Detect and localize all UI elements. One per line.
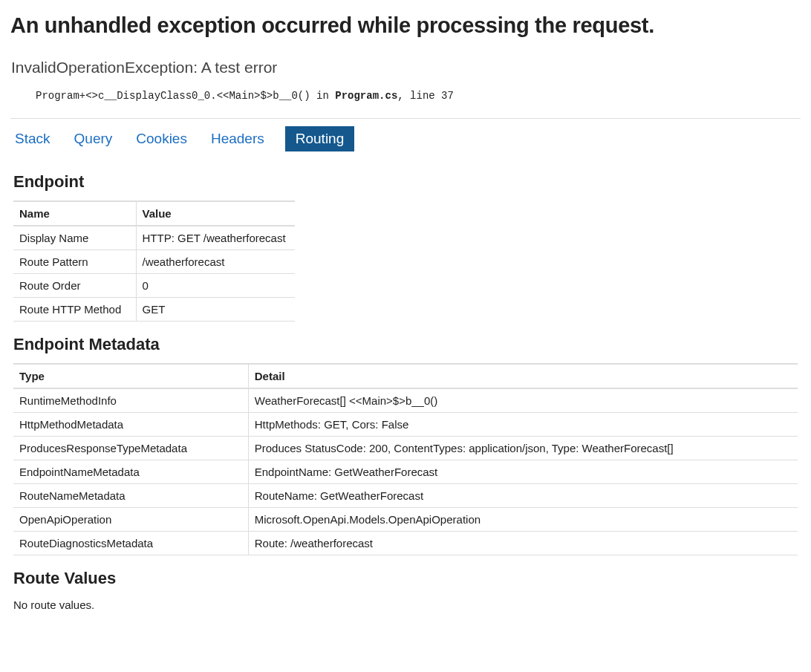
metadata-type: RuntimeMethodInfo bbox=[13, 388, 248, 413]
endpoint-th-value: Value bbox=[136, 201, 295, 226]
metadata-heading: Endpoint Metadata bbox=[10, 335, 801, 354]
stack-method: Program+<>c__DisplayClass0_0.<<Main>$>b_… bbox=[36, 90, 335, 102]
metadata-detail: RouteName: GetWeatherForecast bbox=[248, 484, 798, 508]
metadata-type: EndpointNameMetadata bbox=[13, 460, 248, 484]
tab-bar: Stack Query Cookies Headers Routing bbox=[10, 126, 801, 151]
table-row: Route Order0 bbox=[13, 274, 295, 298]
table-row: Route HTTP MethodGET bbox=[13, 298, 295, 322]
metadata-detail: WeatherForecast[] <<Main>$>b__0() bbox=[248, 388, 798, 413]
metadata-th-type: Type bbox=[13, 364, 248, 388]
separator bbox=[10, 118, 801, 119]
route-values-heading: Route Values bbox=[10, 569, 801, 588]
endpoint-heading: Endpoint bbox=[10, 172, 801, 192]
tab-stack[interactable]: Stack bbox=[15, 126, 51, 151]
endpoint-name: Route Pattern bbox=[13, 250, 136, 274]
metadata-type: ProducesResponseTypeMetadata bbox=[13, 437, 248, 460]
metadata-detail: HttpMethods: GET, Cors: False bbox=[248, 413, 798, 437]
exception-message: InvalidOperationException: A test error bbox=[10, 59, 801, 76]
table-row: ProducesResponseTypeMetadataProduces Sta… bbox=[13, 437, 798, 460]
endpoint-name: Route HTTP Method bbox=[13, 298, 136, 322]
tab-routing[interactable]: Routing bbox=[285, 126, 355, 151]
metadata-type: RouteNameMetadata bbox=[13, 484, 248, 508]
endpoint-value: /weatherforecast bbox=[136, 250, 295, 274]
endpoint-value: GET bbox=[136, 298, 295, 322]
no-route-values: No route values. bbox=[10, 598, 801, 611]
endpoint-name: Display Name bbox=[13, 226, 136, 250]
table-row: HttpMethodMetadataHttpMethods: GET, Cors… bbox=[13, 413, 798, 437]
stack-line-suffix: , line 37 bbox=[397, 90, 454, 102]
table-row: RouteDiagnosticsMetadataRoute: /weatherf… bbox=[13, 532, 798, 555]
stack-frame: Program+<>c__DisplayClass0_0.<<Main>$>b_… bbox=[10, 90, 801, 102]
tab-cookies[interactable]: Cookies bbox=[136, 126, 187, 151]
endpoint-name: Route Order bbox=[13, 274, 136, 298]
metadata-detail: Route: /weatherforecast bbox=[248, 532, 798, 555]
metadata-type: HttpMethodMetadata bbox=[13, 413, 248, 437]
endpoint-th-name: Name bbox=[13, 201, 136, 226]
table-row: OpenApiOperationMicrosoft.OpenApi.Models… bbox=[13, 508, 798, 532]
endpoint-value: HTTP: GET /weatherforecast bbox=[136, 226, 295, 250]
tab-query[interactable]: Query bbox=[74, 126, 113, 151]
metadata-detail: Microsoft.OpenApi.Models.OpenApiOperatio… bbox=[248, 508, 798, 532]
endpoint-table: Name Value Display NameHTTP: GET /weathe… bbox=[13, 200, 295, 322]
table-row: RouteNameMetadataRouteName: GetWeatherFo… bbox=[13, 484, 798, 508]
table-row: EndpointNameMetadataEndpointName: GetWea… bbox=[13, 460, 798, 484]
stack-file: Program.cs bbox=[335, 90, 397, 102]
page-title: An unhandled exception occurred while pr… bbox=[10, 13, 801, 38]
table-row: Route Pattern/weatherforecast bbox=[13, 250, 295, 274]
table-row: Display NameHTTP: GET /weatherforecast bbox=[13, 226, 295, 250]
metadata-detail: Produces StatusCode: 200, ContentTypes: … bbox=[248, 437, 798, 460]
table-row: RuntimeMethodInfoWeatherForecast[] <<Mai… bbox=[13, 388, 798, 413]
metadata-table: Type Detail RuntimeMethodInfoWeatherFore… bbox=[13, 363, 798, 555]
metadata-detail: EndpointName: GetWeatherForecast bbox=[248, 460, 798, 484]
endpoint-value: 0 bbox=[136, 274, 295, 298]
metadata-th-detail: Detail bbox=[248, 364, 798, 388]
tab-headers[interactable]: Headers bbox=[211, 126, 264, 151]
metadata-type: RouteDiagnosticsMetadata bbox=[13, 532, 248, 555]
metadata-type: OpenApiOperation bbox=[13, 508, 248, 532]
